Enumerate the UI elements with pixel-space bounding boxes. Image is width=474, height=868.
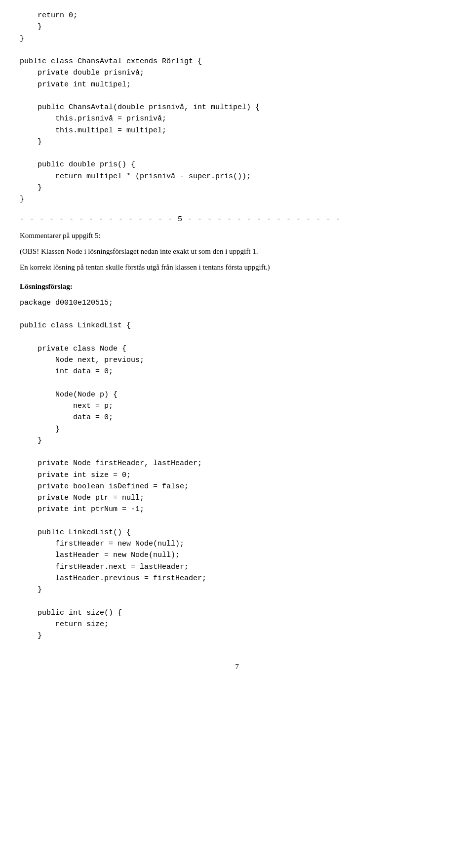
code-bottom-line-24: lastHeader.previous = firstHeader;	[20, 574, 206, 583]
code-bottom-line-12: }	[20, 436, 42, 445]
code-line-13: public double pris() {	[20, 160, 135, 169]
code-line-9: this.prisnivå = prisnivå;	[20, 115, 166, 123]
code-line-1: }	[20, 23, 42, 31]
code-line-11: }	[20, 138, 42, 146]
code-bottom-line-2: public class LinkedList {	[20, 321, 131, 330]
code-bottom-line-29: }	[20, 631, 42, 640]
code-line-8: public ChansAvtal(double prisnivå, int m…	[20, 103, 260, 112]
code-bottom-line-22: lastHeader = new Node(null);	[20, 551, 180, 559]
code-line-15: }	[20, 184, 42, 192]
comment-text-1: (OBS! Klassen Node i lösningsförslaget n…	[20, 245, 454, 257]
code-bottom-line-11: }	[20, 425, 60, 434]
code-line-6: private int multipel;	[20, 80, 131, 89]
code-bottom-line-23: firstHeader.next = lastHeader;	[20, 563, 189, 571]
code-bottom-line-15: private int size = 0;	[20, 471, 131, 479]
code-bottom-line-16: private boolean isDefined = false;	[20, 482, 189, 491]
code-bottom-line-8: Node(Node p) {	[20, 391, 118, 399]
code-bottom-line-25: }	[20, 586, 42, 594]
code-line-10: this.multipel = multipel;	[20, 126, 166, 135]
code-bottom-line-4: private class Node {	[20, 345, 126, 353]
code-bottom-line-17: private Node ptr = null;	[20, 494, 144, 502]
comment-text-2: En korrekt lösning på tentan skulle förs…	[20, 261, 454, 273]
code-bottom-line-27: public int size() {	[20, 609, 122, 617]
code-bottom-line-6: int data = 0;	[20, 367, 113, 376]
code-bottom-line-14: private Node firstHeader, lastHeader;	[20, 459, 202, 468]
code-bottom-line-0: package d0010e120515;	[20, 299, 113, 307]
page-number: 7	[20, 661, 454, 672]
code-bottom-line-9: next = p;	[20, 402, 113, 410]
code-line-0: return 0;	[20, 11, 78, 20]
code-top: return 0; } } public class ChansAvtal ex…	[20, 10, 454, 205]
code-bottom-line-28: return size;	[20, 620, 109, 629]
code-bottom-line-21: firstHeader = new Node(null);	[20, 540, 184, 548]
code-bottom-line-10: data = 0;	[20, 413, 113, 422]
code-bottom-line-5: Node next, previous;	[20, 356, 144, 364]
section-divider: - - - - - - - - - - - - - - - - 5 - - - …	[20, 214, 454, 225]
code-line-4: public class ChansAvtal extends Rörligt …	[20, 57, 202, 66]
code-bottom-line-20: public LinkedList() {	[20, 528, 131, 537]
code-line-14: return multipel * (prisnivå - super.pris…	[20, 172, 251, 181]
code-line-16: }	[20, 195, 24, 203]
code-bottom: package d0010e120515; public class Linke…	[20, 297, 454, 642]
solution-heading: Lösningsförslag:	[20, 281, 454, 292]
code-line-2: }	[20, 35, 24, 43]
code-bottom-line-18: private int ptrNum = -1;	[20, 505, 144, 513]
comment-heading: Kommentarer på uppgift 5:	[20, 230, 454, 241]
code-line-5: private double prisnivå;	[20, 69, 144, 77]
